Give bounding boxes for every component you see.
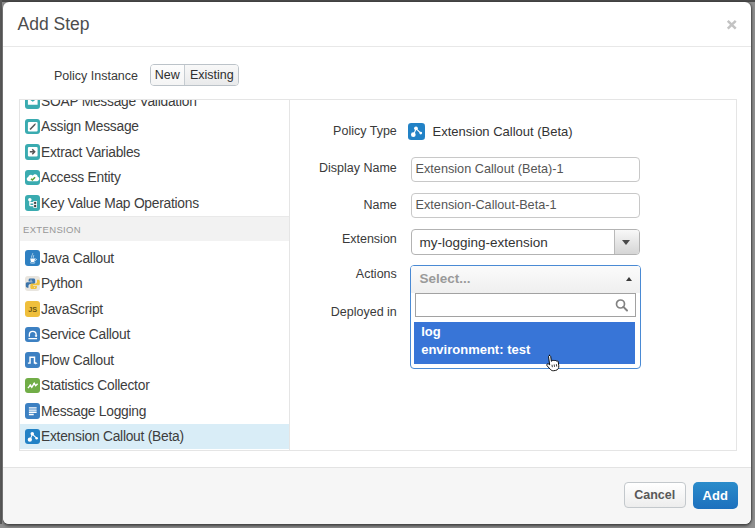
svg-text:JS: JS: [28, 305, 37, 314]
